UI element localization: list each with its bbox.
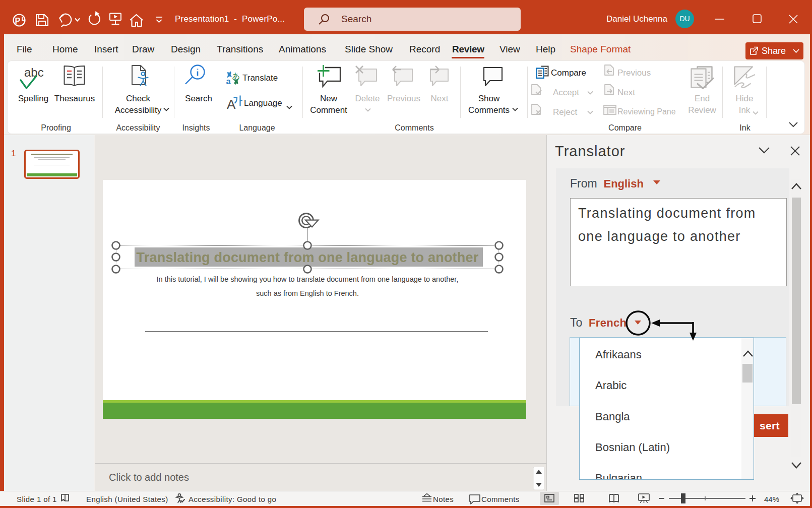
svg-text:あ: あ [232, 72, 240, 80]
svg-text:a: a [226, 77, 231, 86]
svg-text:abc: abc [24, 66, 44, 79]
svg-text:A: A [227, 97, 236, 112]
svg-text:P: P [15, 17, 21, 25]
svg-text:Share: Share [762, 46, 786, 56]
